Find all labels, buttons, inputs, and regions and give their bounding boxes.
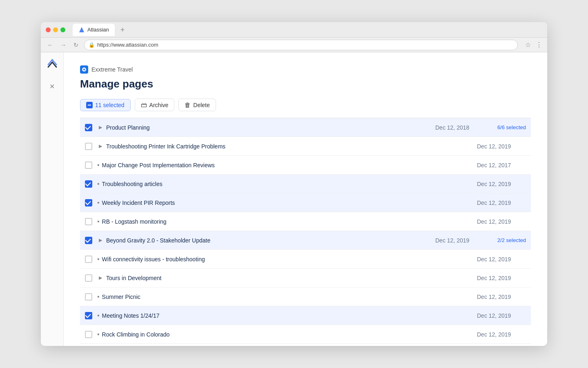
expand-icon[interactable]: ▶ [97,143,104,150]
traffic-lights [46,27,65,32]
archive-icon: 🗃 [141,101,147,108]
delete-button[interactable]: 🗑 Delete [178,99,216,111]
row-title: Meeting Notes 1/24/17 [102,312,160,319]
row-name: ▶Troubleshooting Printer Ink Cartridge P… [97,143,472,150]
row-date: Dec 12, 2019 [435,237,484,244]
row-title: RB - Logstash monitoring [102,218,167,225]
row-date: Dec 12, 2019 [477,331,526,338]
svg-marker-0 [79,27,84,32]
table-row[interactable]: •Rock Climbing in ColoradoDec 12, 2019 [80,325,531,344]
row-checkbox[interactable] [85,199,92,206]
row-name: ▶Product Planning [97,124,430,131]
atlassian-tab-icon [78,27,85,33]
row-date: Dec 12, 2019 [477,294,526,300]
browser-tab[interactable]: Atlassian [73,24,115,36]
space-icon [80,65,88,74]
row-title: Beyond Gravity 2.0 - Stakeholder Update [106,237,210,244]
indeterminate-checkbox-icon [86,102,93,108]
row-title: Troubleshooting articles [102,181,163,187]
row-name: ▶Tours in Development [97,274,472,281]
row-checkbox[interactable] [85,237,92,244]
row-date: Dec 12, 2017 [477,162,526,168]
back-button[interactable]: ← [46,41,55,49]
row-checkbox[interactable] [85,124,92,131]
delete-label: Delete [193,102,209,108]
sidebar: ✕ [41,52,64,346]
table-row[interactable]: •Weekly Incident PIR ReportsDec 12, 2019 [80,193,531,212]
table-row[interactable]: ▶Beyond Gravity 2.0 - Stakeholder Update… [80,231,531,250]
selected-badge[interactable]: 11 selected [80,99,131,111]
close-window-button[interactable] [46,27,51,32]
row-title: Weekly Incident PIR Reports [102,200,175,206]
lock-icon: 🔒 [89,42,95,48]
bullet-icon: • [97,256,100,263]
row-checkbox[interactable] [85,331,92,338]
table-row[interactable]: •Wifi connectivity issues - troubleshoot… [80,250,531,269]
row-name: •Troubleshooting articles [97,181,472,187]
page-body: ✕ Exxtreme Travel Manage pages [41,52,547,346]
minimize-window-button[interactable] [53,27,58,32]
row-checkbox[interactable] [85,162,92,169]
more-button[interactable]: ⋮ [536,41,542,49]
table-row[interactable]: •Summer PicnicDec 12, 2019 [80,287,531,306]
archive-label: Archive [149,102,169,108]
table-row[interactable]: •Troubleshooting articlesDec 12, 2019 [80,175,531,193]
row-name: •Wifi connectivity issues - troubleshoot… [97,256,472,263]
row-name: •Weekly Incident PIR Reports [97,200,472,206]
new-tab-button[interactable]: + [118,26,127,34]
sidebar-close-button[interactable]: ✕ [49,83,55,90]
forward-button[interactable]: → [59,41,68,49]
row-checkbox[interactable] [85,274,92,282]
table-row[interactable]: •RB - Logstash monitoringDec 12, 2019 [80,212,531,231]
svg-point-2 [83,69,85,70]
bullet-icon: • [97,200,100,206]
row-checkbox[interactable] [85,143,92,150]
row-checkbox[interactable] [85,293,92,301]
row-date: Dec 12, 2019 [477,181,526,187]
table-row[interactable]: ▶Tours in DevelopmentDec 12, 2019 [80,269,531,287]
pages-list: ▶Product PlanningDec 12, 20186/6 selecte… [80,118,531,346]
row-checkbox[interactable] [85,218,92,225]
row-title: Rock Climbing in Colorado [102,331,170,338]
row-title: Major Change Post Implementation Reviews [102,162,215,168]
table-row[interactable]: ▶Troubleshooting Printer Ink Cartridge P… [80,137,531,156]
main-content: Exxtreme Travel Manage pages 11 selected… [64,52,547,346]
row-checkbox[interactable] [85,312,92,319]
row-title: Wifi connectivity issues - troubleshooti… [102,256,205,263]
reload-button[interactable]: ↻ [72,41,80,49]
row-date: Dec 12, 2018 [435,124,484,131]
archive-button[interactable]: 🗃 Archive [135,99,175,111]
row-date: Dec 12, 2019 [477,312,526,319]
row-name: •Summer Picnic [97,294,472,300]
browser-titlebar: Atlassian + [41,22,547,38]
bullet-icon: • [97,218,100,225]
row-date: Dec 12, 2019 [477,200,526,206]
table-row[interactable]: ▶Product PlanningDec 12, 20186/6 selecte… [80,118,531,137]
row-name: •Meeting Notes 1/24/17 [97,312,472,319]
browser-actions: ☆ ⋮ [525,41,542,49]
breadcrumb: Exxtreme Travel [80,65,531,74]
table-row[interactable]: •Meeting Notes 1/24/17Dec 12, 2019 [80,306,531,325]
row-date: Dec 12, 2019 [477,143,526,150]
row-name: •Major Change Post Implementation Review… [97,162,472,168]
row-checkbox[interactable] [85,256,92,263]
expand-icon[interactable]: ▶ [97,274,104,281]
row-name: •Rock Climbing in Colorado [97,331,472,338]
row-name: •RB - Logstash monitoring [97,218,472,225]
row-date: Dec 12, 2019 [477,275,526,281]
row-checkbox[interactable] [85,180,92,188]
maximize-window-button[interactable] [60,27,65,32]
address-bar[interactable]: 🔒 https://www.atlassian.com [84,40,518,50]
expand-icon[interactable]: ▶ [97,124,104,131]
bookmark-button[interactable]: ☆ [525,41,531,49]
expand-icon[interactable]: ▶ [97,237,104,244]
confluence-logo [47,59,58,73]
row-date: Dec 12, 2019 [477,256,526,263]
table-row[interactable]: •Major Change Post Implementation Review… [80,156,531,175]
table-row[interactable]: •...Dec 12, 2019 [80,344,531,346]
tab-title: Atlassian [87,27,109,33]
selected-count-label: 11 selected [95,102,125,108]
row-title: Troubleshooting Printer Ink Cartridge Pr… [106,143,225,150]
url-text: https://www.atlassian.com [97,42,158,48]
row-date: Dec 12, 2019 [477,218,526,225]
